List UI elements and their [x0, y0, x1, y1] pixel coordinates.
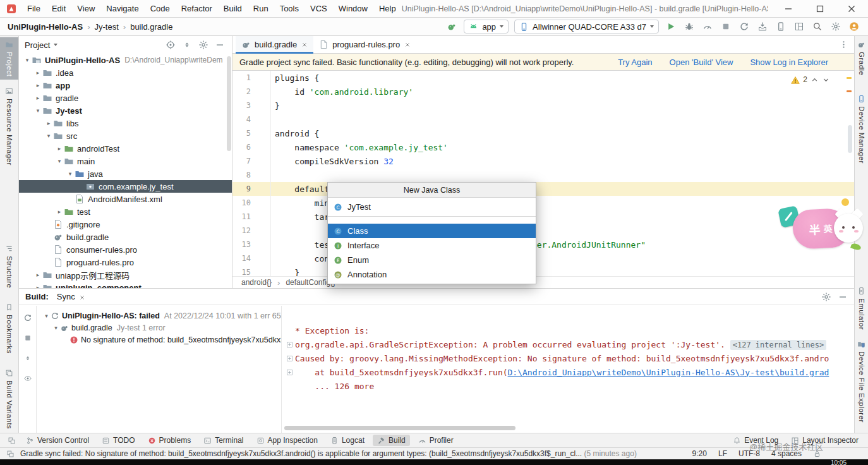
breadcrumb-uniplugin-hello-as[interactable]: UniPlugin-Hello-AS [8, 22, 83, 32]
tree-node-main[interactable]: ▾main [19, 155, 232, 167]
collapse-icon[interactable] [21, 352, 34, 365]
close-button[interactable] [847, 4, 857, 14]
locate-file-icon[interactable] [164, 40, 177, 50]
popup-item-interface[interactable]: IInterface [328, 238, 536, 253]
layout-inspector-button[interactable] [793, 20, 805, 33]
build-tree-node[interactable]: ▾build.gradleJy-test 1 error [37, 322, 281, 334]
code-line[interactable]: 13 testInstrumentationRunner "androidx.t… [232, 238, 854, 251]
popup-item-annotation[interactable]: @Annotation [328, 267, 536, 282]
tree-node-com-example-jy-test[interactable]: com.example.jy_test [19, 180, 232, 193]
editor-tab-build-gradle[interactable]: build.gradle [236, 36, 313, 54]
tree-node-androidmanifest-xml[interactable]: AndroidManifest.xml [19, 193, 232, 205]
tree-node-consumer-rules-pro[interactable]: consumer-rules.pro [19, 243, 232, 256]
banner-action-open-build-view[interactable]: Open 'Build' View [670, 57, 733, 67]
tool-button-todo[interactable]: TODO [97, 435, 139, 446]
chevron-expanded-icon[interactable]: ▾ [44, 133, 53, 139]
tree-node-uniplugin-component[interactable]: ▸uniplugin_component [19, 281, 232, 288]
tree-node-build-gradle[interactable]: build.gradle [19, 231, 232, 243]
code-line[interactable]: 12 [232, 224, 854, 238]
chevron-expanded-icon[interactable]: ▾ [66, 171, 75, 177]
chevron-collapsed-icon[interactable]: ▸ [55, 145, 64, 152]
menu-view[interactable]: View [71, 4, 100, 13]
popup-item-class[interactable]: CClass [328, 224, 536, 238]
menu-navigate[interactable]: Navigate [100, 4, 144, 13]
code-line[interactable]: 9 defaultConfig { [232, 182, 854, 196]
more-options-icon[interactable] [833, 40, 854, 49]
menu-edit[interactable]: Edit [46, 4, 71, 13]
tree-node-uniplugin-hello-as[interactable]: ▾UniPlugin-Hello-ASD:\Android_Uniapp\wri… [19, 54, 232, 66]
banner-action-try-again[interactable]: Try Again [618, 57, 652, 67]
stop-icon[interactable] [21, 332, 34, 344]
tool-window-button-emulator[interactable]: Emulator [855, 284, 868, 333]
tool-window-button-device-file-explorer[interactable]: Device File Explorer [855, 337, 868, 426]
gradle-sync-icon[interactable] [445, 20, 458, 33]
chevron-expanded-icon[interactable]: ▾ [42, 313, 51, 319]
code-line[interactable]: 10 minSdkVersion 21 [232, 196, 854, 210]
menu-build[interactable]: Build [218, 4, 248, 13]
maximize-button[interactable] [815, 4, 825, 14]
warning-stripe-mark[interactable] [847, 90, 852, 92]
tree-node-gitignore[interactable]: .gitignore [19, 218, 232, 231]
tree-node-uniapp示例工程源码[interactable]: ▸uniapp示例工程源码 [19, 269, 232, 281]
settings-icon[interactable] [821, 291, 831, 302]
tool-button-problems[interactable]: Problems [143, 435, 196, 446]
code-line[interactable]: 14 consumerProguardFiles "consumer-rules… [232, 251, 854, 265]
tool-windows-icon[interactable] [5, 434, 18, 447]
chevron-collapsed-icon[interactable]: ▸ [55, 208, 64, 215]
file-link[interactable]: D:\Android_Uniapp\writeDemo\UniPlugin-He… [508, 368, 829, 377]
tree-node-app[interactable]: ▸app [19, 79, 232, 92]
debug-button[interactable] [683, 20, 696, 33]
scrollbar[interactable] [848, 125, 852, 153]
search-button[interactable] [811, 20, 824, 33]
tool-button-app-inspection[interactable]: App Inspection [252, 435, 322, 446]
chevron-expanded-icon[interactable]: ▾ [52, 325, 60, 331]
chevron-collapsed-icon[interactable]: ▸ [33, 82, 42, 88]
editor-breadcrumb[interactable]: android{} [241, 278, 272, 287]
close-tab-icon[interactable] [404, 42, 411, 48]
scrollbar[interactable] [227, 56, 231, 151]
popup-item-enum[interactable]: EEnum [328, 253, 536, 267]
tool-button-profiler[interactable]: Profiler [414, 435, 458, 446]
chevron-expanded-icon[interactable]: ▾ [33, 107, 42, 114]
hide-panel-icon[interactable] [214, 40, 226, 50]
menu-file[interactable]: File [21, 4, 46, 13]
tool-window-button-device-manager[interactable]: Device Manager [855, 92, 868, 167]
tool-window-button-gradle[interactable]: Gradle [855, 37, 868, 79]
chevron-collapsed-icon[interactable]: ▸ [33, 272, 42, 278]
tool-button-version-control[interactable]: Version Control [21, 435, 93, 446]
project-view-selector[interactable]: Project [25, 40, 50, 50]
expand-icon[interactable] [284, 369, 295, 376]
tree-node-java[interactable]: ▾java [19, 167, 232, 180]
settings-button[interactable] [829, 20, 842, 33]
menu-refactor[interactable]: Refactor [176, 4, 218, 13]
previous-warning-icon[interactable] [811, 75, 819, 84]
expand-icon[interactable] [284, 355, 295, 362]
close-tab-icon[interactable] [79, 292, 85, 301]
horizontal-scrollbar[interactable] [284, 426, 515, 430]
code-line[interactable]: 4 [232, 112, 854, 126]
hide-panel-icon[interactable] [838, 291, 848, 302]
status-message[interactable]: Gradle sync failed: No signature of meth… [20, 449, 679, 458]
menu-run[interactable]: Run [248, 4, 274, 13]
tool-button-terminal[interactable]: Terminal [199, 435, 248, 446]
chevron-collapsed-icon[interactable]: ▸ [33, 95, 42, 101]
tree-node-idea[interactable]: ▸.idea [19, 66, 232, 79]
build-tab-sync[interactable]: Sync [55, 289, 87, 305]
tree-node-gradle[interactable]: ▸gradle [19, 92, 232, 104]
device-selector[interactable]: Allwinner QUAD-CORE A33 d7 [514, 20, 659, 33]
class-name-input[interactable]: C JyTest [328, 198, 536, 217]
sync-project-button[interactable] [738, 20, 750, 33]
next-warning-icon[interactable] [822, 75, 830, 84]
tool-window-button-project[interactable]: Project [0, 37, 18, 80]
editor-tab-proguard-rules-pro[interactable]: proguard-rules.pro [313, 36, 416, 54]
sdk-manager-button[interactable] [756, 20, 769, 33]
code-line[interactable]: 5android { [232, 126, 854, 140]
code-line[interactable]: 2 id 'com.android.library' [232, 85, 854, 99]
tool-window-button-structure[interactable]: Structure [0, 241, 18, 291]
tool-button-logcat[interactable]: Logcat [326, 435, 369, 446]
build-console[interactable]: * Exception is:org.gradle.api.GradleScri… [281, 306, 841, 433]
run-config-selector[interactable]: app [464, 20, 509, 33]
expand-icon[interactable] [284, 341, 295, 348]
menu-tools[interactable]: Tools [274, 4, 304, 13]
banner-action-show-log-in-explorer[interactable]: Show Log in Explorer [750, 57, 828, 67]
